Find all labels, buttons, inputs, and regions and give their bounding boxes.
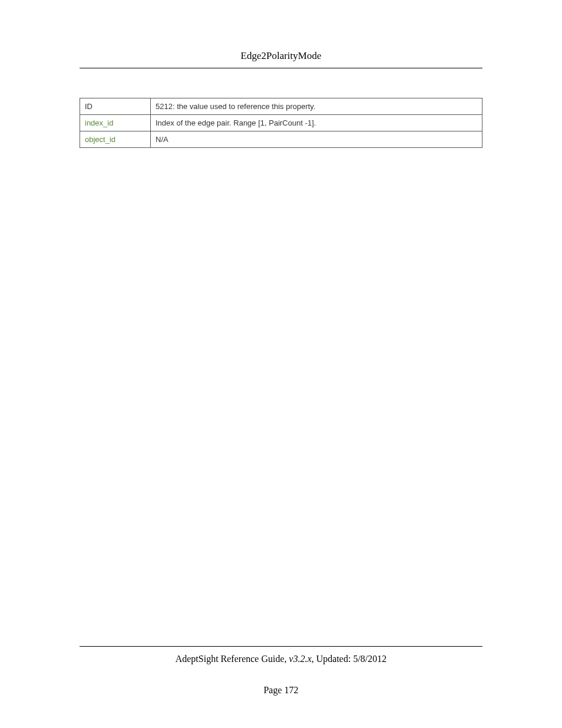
table-row: index_id Index of the edge pair. Range [… <box>80 115 482 131</box>
page-num: 172 <box>285 685 299 695</box>
page-number: Page 172 <box>80 685 482 696</box>
footer-updated-prefix: , Updated: <box>312 654 353 664</box>
row-value: 5212: the value used to reference this p… <box>156 102 315 111</box>
row-label-link[interactable]: index_id <box>85 118 113 127</box>
page-container: Edge2PolarityMode ID 5212: the value use… <box>0 0 562 728</box>
content-area: ID 5212: the value used to reference thi… <box>80 68 482 148</box>
footer-guide-title: AdeptSight Reference Guide <box>176 654 285 664</box>
table-cell-value: 5212: the value used to reference this p… <box>151 98 482 115</box>
table-cell-value: Index of the edge pair. Range [1, PairCo… <box>151 115 482 131</box>
header-title: Edge2PolarityMode <box>241 50 322 61</box>
footer-version: , v3.2.x <box>285 654 312 664</box>
table-row: ID 5212: the value used to reference thi… <box>80 98 482 115</box>
table-row: object_id N/A <box>80 131 482 148</box>
page-header: Edge2PolarityMode <box>80 0 482 68</box>
footer-text: AdeptSight Reference Guide, v3.2.x, Upda… <box>80 654 482 664</box>
row-label-link[interactable]: object_id <box>85 135 115 144</box>
footer-updated-date: 5/8/2012 <box>353 654 386 664</box>
table-cell-label: ID <box>80 98 151 115</box>
table-cell-label: object_id <box>80 131 151 148</box>
footer-divider <box>80 646 482 647</box>
row-value: N/A <box>156 135 168 144</box>
page-prefix: Page <box>263 685 284 695</box>
property-table: ID 5212: the value used to reference thi… <box>80 98 482 148</box>
row-label: ID <box>85 102 92 111</box>
footer-area: AdeptSight Reference Guide, v3.2.x, Upda… <box>80 646 482 696</box>
table-cell-value: N/A <box>151 131 482 148</box>
table-cell-label: index_id <box>80 115 151 131</box>
row-value: Index of the edge pair. Range [1, PairCo… <box>156 118 316 127</box>
